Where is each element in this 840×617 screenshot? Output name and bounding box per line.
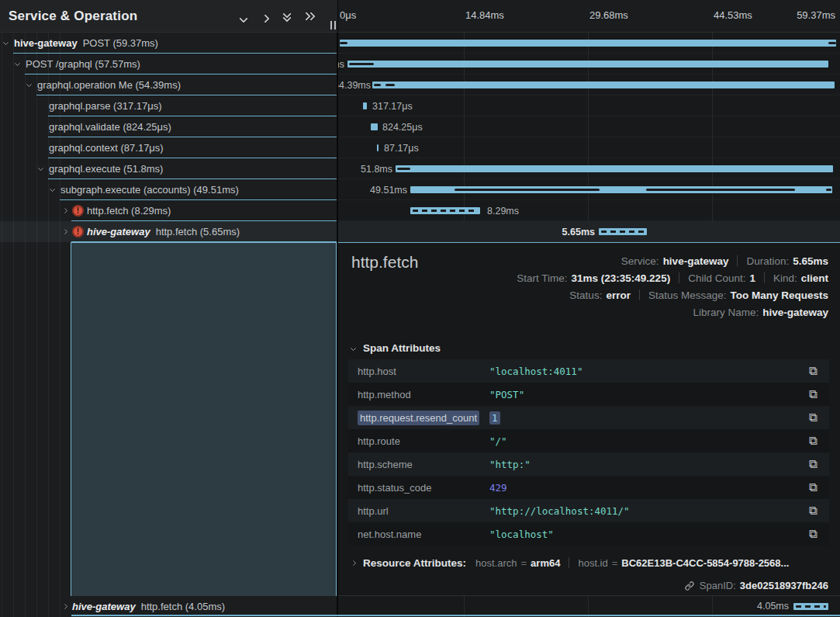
chevron-down-icon[interactable] <box>50 189 60 191</box>
timeline-bottom-row: 4.05ms <box>338 598 840 615</box>
tree-row[interactable]: graphql.parse (317.17μs) <box>0 95 337 116</box>
span-bar[interactable] <box>377 144 379 151</box>
tree-row[interactable]: subgraph.execute (accounts) (49.51ms) <box>0 179 337 200</box>
tree-row[interactable]: graphql.context (87.17μs) <box>0 137 337 158</box>
chevron-right-icon[interactable] <box>262 12 275 22</box>
span-bar[interactable] <box>599 228 647 235</box>
meta-value: error <box>606 289 631 301</box>
attribute-row[interactable]: http.request.resend_count1⧉ <box>348 406 829 429</box>
attribute-key[interactable]: http.route <box>348 435 489 447</box>
tree-row[interactable]: !http.fetch (8.29ms) <box>0 200 337 221</box>
tree-row[interactable]: hive-gatewayPOST (59.37ms) <box>0 33 337 54</box>
service-name: hive-gateway <box>87 226 150 237</box>
copy-icon[interactable]: ⧉ <box>806 457 820 471</box>
attribute-key[interactable]: http.host <box>348 366 489 377</box>
attribute-value: "/" <box>489 435 507 447</box>
chevron-down-icon[interactable] <box>26 84 37 86</box>
panel-title: Service & Operation <box>9 9 137 24</box>
copy-icon[interactable]: ⧉ <box>806 411 820 425</box>
meta-separator <box>737 255 738 266</box>
panel-resize-handle[interactable] <box>330 21 339 30</box>
span-bar[interactable] <box>793 603 828 610</box>
child-span-mark <box>374 84 381 86</box>
attribute-key[interactable]: net.host.name <box>348 529 489 540</box>
resource-value: BC62E13B-C4CC-5854-9788-2568... <box>621 557 789 569</box>
duration-label: 49.51ms <box>370 185 407 196</box>
chevron-right-icon[interactable] <box>61 230 72 234</box>
resource-attributes-row[interactable]: Resource Attributes: host.arch=arm64host… <box>351 557 789 569</box>
span-bar[interactable] <box>363 102 367 109</box>
meta-label: Duration: <box>746 255 789 267</box>
resource-attributes-items: host.arch=arm64host.id=BC62E13B-C4CC-585… <box>475 557 789 569</box>
copy-icon[interactable]: ⧉ <box>806 504 820 518</box>
duration-label: 8.29ms <box>487 206 519 217</box>
tree-row[interactable]: !hive-gatewayhttp.fetch (5.65ms) <box>0 221 337 242</box>
copy-icon[interactable]: ⧉ <box>806 387 820 401</box>
link-icon <box>684 581 695 591</box>
meta-value: 1 <box>749 272 755 284</box>
span-id-label: SpanID: <box>700 580 736 591</box>
double-chevron-down-icon[interactable] <box>282 12 295 22</box>
copy-icon[interactable]: ⧉ <box>806 480 820 494</box>
error-icon: ! <box>72 226 84 237</box>
chevron-down-icon[interactable] <box>240 12 253 22</box>
panel-divider <box>337 0 338 617</box>
span-bar[interactable] <box>371 123 378 130</box>
attribute-key-selected: http.request.resend_count <box>358 411 479 425</box>
chevron-down-icon[interactable] <box>3 42 14 44</box>
chevron-right-icon[interactable] <box>61 605 72 608</box>
span-attributes-table: http.host"localhost:4011"⧉http.method"PO… <box>348 359 829 546</box>
attribute-row[interactable]: http.url"http://localhost:4011/"⧉ <box>348 499 829 522</box>
chevron-down-icon[interactable] <box>15 63 26 65</box>
copy-icon[interactable]: ⧉ <box>806 434 820 448</box>
attribute-row[interactable]: http.host"localhost:4011"⧉ <box>348 359 829 383</box>
meta-label: Status Message: <box>648 289 727 301</box>
timeline-panel: 0μs14.84ms29.68ms44.53ms59.37ms 57.57ms5… <box>338 0 840 617</box>
attribute-key[interactable]: http.status_code <box>348 482 489 494</box>
attribute-row[interactable]: http.scheme"http:"⧉ <box>348 452 829 476</box>
attribute-key[interactable]: http.request.resend_count <box>348 412 489 424</box>
attribute-row[interactable]: net.host.name"localhost"⧉ <box>348 522 829 546</box>
axis-tick-label: 29.68ms <box>589 9 628 21</box>
span-bar[interactable] <box>396 165 833 172</box>
meta-separator <box>639 289 640 300</box>
meta-separator <box>764 272 765 283</box>
tree-row[interactable]: graphql.operation Me (54.39ms) <box>0 75 337 95</box>
tree-row[interactable]: POST /graphql (57.57ms) <box>0 54 337 75</box>
tree-row[interactable]: hive-gatewayhttp.fetch (4.05ms) <box>0 598 337 615</box>
attribute-value: "localhost" <box>489 529 554 540</box>
span-bar[interactable] <box>410 207 480 214</box>
attribute-key[interactable]: http.url <box>348 505 489 517</box>
error-icon: ! <box>72 205 84 217</box>
meta-label: Service: <box>621 255 659 267</box>
span-bar[interactable] <box>347 61 828 68</box>
tree-row[interactable]: graphql.execute (51.8ms) <box>0 158 337 179</box>
operation-label: graphql.context (87.17μs) <box>49 142 164 154</box>
span-meta: Service:hive-gatewayDuration:5.65msStart… <box>517 253 828 321</box>
timeline-row: 317.17μs <box>338 95 840 116</box>
span-attributes-header[interactable]: Span Attributes <box>351 342 441 354</box>
meta-value: client <box>801 272 828 284</box>
meta-label: Start Time: <box>517 272 567 284</box>
attribute-key[interactable]: http.scheme <box>348 459 489 470</box>
tree-row[interactable]: graphql.validate (824.25μs) <box>0 116 337 137</box>
operation-label: graphql.execute (51.8ms) <box>49 163 163 175</box>
meta-label: Child Count: <box>688 272 745 284</box>
chevron-right-icon[interactable] <box>61 209 72 213</box>
resource-separator <box>569 557 569 568</box>
span-detail-panel: http.fetch Service:hive-gatewayDuration:… <box>338 242 840 596</box>
span-bar[interactable] <box>372 81 835 88</box>
attribute-row[interactable]: http.status_code429⧉ <box>348 476 829 499</box>
operation-label: graphql.parse (317.17μs) <box>49 100 162 112</box>
service-name: hive-gateway <box>14 37 78 49</box>
attribute-row[interactable]: http.route"/"⧉ <box>348 429 829 452</box>
copy-icon[interactable]: ⧉ <box>806 364 820 378</box>
attribute-key[interactable]: http.method <box>348 389 489 400</box>
double-chevron-right-icon[interactable] <box>304 12 316 22</box>
child-span-mark <box>397 168 410 170</box>
span-bar[interactable] <box>340 40 836 47</box>
chevron-down-icon[interactable] <box>38 168 49 170</box>
chevron-right-icon <box>351 560 356 566</box>
copy-icon[interactable]: ⧉ <box>806 527 820 541</box>
attribute-row[interactable]: http.method"POST"⧉ <box>348 383 829 406</box>
